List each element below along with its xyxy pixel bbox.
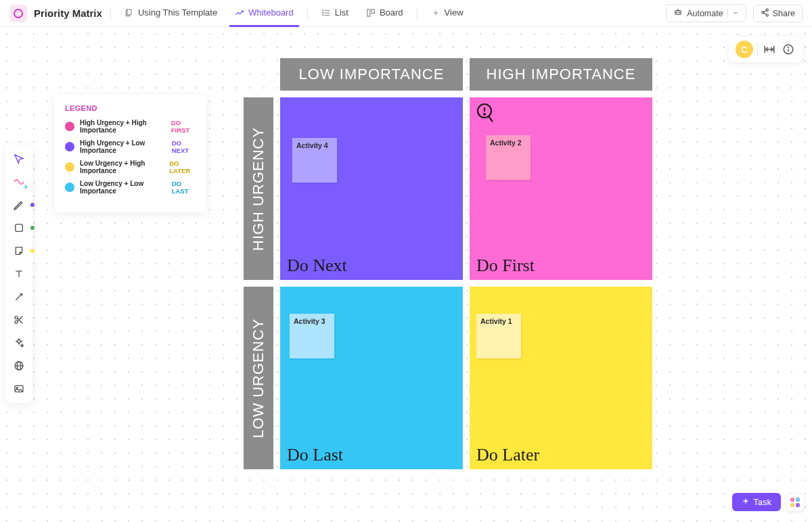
separator [307, 7, 308, 20]
fit-width-icon[interactable] [762, 42, 777, 57]
left-toolbar: + [5, 145, 32, 403]
legend-action: DO LATER [169, 160, 196, 174]
text-tool[interactable] [9, 264, 29, 284]
sticky-note[interactable]: Activity 4 [292, 138, 337, 183]
svg-line-18 [763, 10, 766, 11]
robot-icon [673, 7, 683, 19]
col-header-low-importance: LOW IMPORTANCE [280, 58, 463, 91]
legend-text: High Urgency + High Importance [80, 119, 166, 134]
plus-icon [431, 8, 441, 18]
tab-using-template[interactable]: Using This Template [119, 0, 223, 27]
app-icon[interactable] [9, 5, 27, 22]
svg-rect-26 [16, 224, 23, 232]
share-label: Share [773, 9, 795, 18]
quadrant-label: Do Later [476, 445, 539, 465]
legend-row: High Urgency + High Importance DO FIRST [65, 119, 196, 134]
row-header-low-urgency: LOW URGENCY [244, 287, 273, 469]
tab-label: List [335, 7, 348, 18]
sticky-note[interactable]: Activity 1 [476, 314, 521, 358]
select-tool[interactable] [9, 149, 29, 169]
legend-swatch [65, 142, 74, 151]
share-icon [761, 8, 769, 19]
smart-shape-tool[interactable]: + [9, 172, 29, 192]
web-tool[interactable] [9, 356, 29, 376]
quadrant-do-last[interactable]: Activity 3 Do Last [280, 287, 463, 469]
legend-swatch [65, 122, 74, 131]
topbar: Priority Matrix Using This Template Whit… [0, 0, 812, 27]
legend-action: DO FIRST [171, 119, 196, 134]
svg-point-5 [322, 12, 323, 13]
pen-tool[interactable] [9, 195, 29, 215]
sticky-note[interactable]: Activity 3 [290, 314, 334, 358]
new-task-button[interactable]: Task [732, 493, 781, 511]
quadrant-label: Do First [476, 256, 535, 276]
svg-line-29 [16, 293, 22, 300]
quadrant-label: Do Next [287, 256, 347, 276]
legend-action: DO NEXT [172, 139, 196, 154]
legend-title: LEGEND [65, 104, 196, 112]
legend-row: Low Urgency + High Importance DO LATER [65, 160, 196, 174]
svg-point-12 [677, 12, 677, 13]
tab-label: View [445, 7, 464, 18]
quadrant-do-next[interactable]: Activity 4 Do Next [280, 97, 463, 280]
template-icon [125, 8, 134, 18]
tab-label: Whiteboard [248, 7, 293, 18]
automate-button[interactable]: Automate [666, 4, 746, 22]
quadrant-do-first[interactable]: Activity 2 Do First [470, 97, 652, 280]
svg-point-16 [761, 11, 763, 13]
apps-button[interactable] [786, 494, 804, 511]
quadrant-label: Do Last [287, 445, 343, 465]
legend-row: High Urgency + Low Importance DO NEXT [65, 139, 196, 154]
chevron-down-icon [727, 9, 739, 18]
plus-icon [742, 497, 750, 507]
sticky-tool[interactable] [9, 241, 29, 261]
legend-row: Low Urgency + Low Importance DO LAST [65, 180, 196, 195]
legend-text: Low Urgency + High Importance [80, 160, 164, 174]
legend-text: High Urgency + Low Importance [80, 139, 166, 154]
tab-add-view[interactable]: View [426, 0, 469, 27]
row-header-high-urgency: HIGH URGENCY [244, 97, 273, 280]
share-button[interactable]: Share [753, 5, 803, 22]
quadrant-do-later[interactable]: Activity 1 Do Later [470, 287, 652, 469]
legend-text: Low Urgency + Low Importance [80, 180, 166, 195]
legend-panel[interactable]: LEGEND High Urgency + High Importance DO… [54, 95, 206, 212]
board-icon [366, 8, 376, 18]
svg-point-25 [788, 47, 789, 48]
svg-line-19 [763, 13, 766, 14]
svg-rect-0 [127, 9, 131, 14]
tab-board[interactable]: Board [361, 0, 409, 27]
svg-point-13 [679, 12, 679, 13]
svg-rect-7 [367, 9, 370, 16]
sticky-note[interactable]: Activity 2 [486, 135, 531, 180]
separator [417, 7, 418, 20]
col-header-high-importance: HIGH IMPORTANCE [470, 58, 652, 91]
task-label: Task [753, 497, 771, 507]
separator [110, 7, 111, 20]
svg-rect-8 [371, 9, 374, 13]
apps-grid-icon [790, 498, 800, 507]
image-tool[interactable] [9, 379, 29, 399]
list-icon [321, 8, 331, 18]
automate-label: Automate [687, 9, 723, 18]
svg-point-4 [322, 9, 323, 10]
scissors-tool[interactable] [9, 310, 29, 330]
connector-tool[interactable] [9, 287, 29, 307]
tab-list[interactable]: List [316, 0, 354, 27]
page-title[interactable]: Priority Matrix [34, 7, 102, 19]
shape-tool[interactable] [9, 218, 29, 238]
info-icon[interactable] [781, 42, 796, 57]
legend-swatch [65, 183, 74, 192]
tab-label: Board [380, 7, 403, 18]
avatar[interactable]: C [736, 41, 753, 58]
svg-point-15 [766, 9, 768, 11]
whiteboard-canvas[interactable]: C + [0, 27, 812, 522]
svg-point-17 [766, 14, 768, 16]
priority-matrix: LOW IMPORTANCE HIGH IMPORTANCE HIGH URGE… [244, 58, 652, 469]
svg-point-41 [484, 114, 485, 115]
ai-tool[interactable] [9, 333, 29, 353]
attention-icon [476, 103, 494, 126]
legend-action: DO LAST [172, 180, 196, 195]
svg-point-6 [322, 14, 323, 15]
tab-whiteboard[interactable]: Whiteboard [229, 0, 298, 27]
canvas-corner-controls: C [729, 37, 803, 62]
